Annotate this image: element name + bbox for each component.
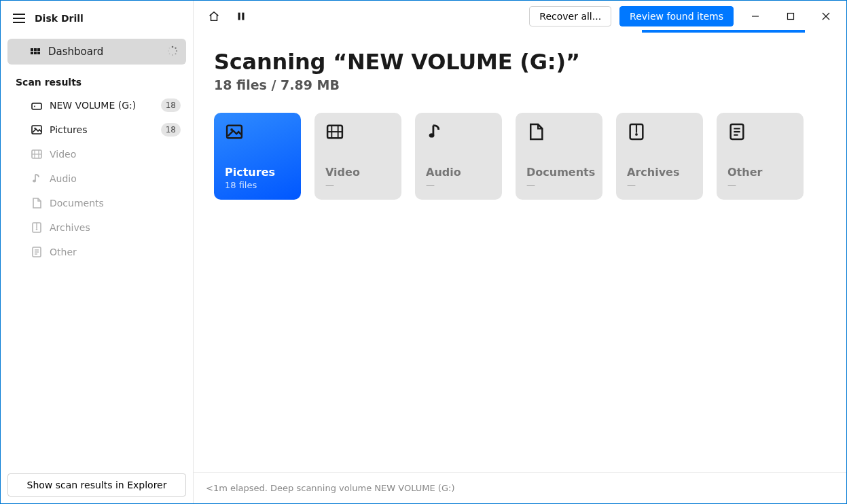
pause-button[interactable] [232, 7, 251, 26]
other-icon [31, 246, 43, 258]
minimize-button[interactable] [742, 6, 769, 26]
sidebar-item-video[interactable]: Video [1, 142, 193, 166]
category-card-documents[interactable]: Documents— [516, 113, 602, 200]
card-count: 18 files [225, 180, 290, 190]
scanning-target: “NEW VOLUME (G:)” [333, 49, 580, 75]
archive-icon [627, 122, 649, 141]
sidebar-section-title: Scan results [1, 70, 193, 93]
review-found-items-button[interactable]: Review found items [619, 6, 734, 26]
app-title: Disk Drill [35, 13, 84, 24]
category-card-audio[interactable]: Audio— [415, 113, 502, 200]
spinner-icon [167, 46, 178, 58]
other-icon [727, 122, 749, 141]
document-icon [526, 122, 548, 141]
page-title: Scanning “NEW VOLUME (G:)” [214, 49, 826, 75]
sidebar-item-new-volume-g-[interactable]: NEW VOLUME (G:)18 [1, 93, 193, 118]
svg-point-25 [175, 53, 177, 54]
sidebar-item-label: Video [50, 149, 183, 160]
count-badge: 18 [161, 98, 181, 112]
card-count: — [627, 180, 692, 190]
video-icon [325, 122, 347, 141]
maximize-button[interactable] [777, 6, 804, 26]
sidebar-item-archives[interactable]: Archives [1, 215, 193, 240]
card-title: Video [325, 166, 391, 179]
svg-rect-33 [788, 14, 794, 20]
card-title: Other [727, 166, 793, 179]
card-title: Pictures [225, 166, 290, 179]
svg-rect-30 [238, 13, 240, 20]
svg-point-24 [176, 50, 177, 51]
scanning-prefix: Scanning [214, 49, 333, 75]
video-icon [31, 148, 43, 160]
svg-point-26 [172, 54, 173, 56]
sidebar-item-label: Documents [50, 198, 183, 209]
status-text: <1m elapsed. Deep scanning volume NEW VO… [206, 483, 454, 493]
drive-icon [31, 99, 43, 111]
titlebar: Recover all... Review found items [194, 1, 846, 33]
close-button[interactable] [812, 6, 840, 26]
svg-point-23 [175, 47, 176, 48]
dashboard-icon [29, 46, 41, 58]
card-title: Archives [627, 166, 692, 179]
card-count: — [325, 180, 391, 190]
scan-summary: 18 files / 7.89 MB [214, 77, 826, 92]
card-count: — [526, 180, 592, 190]
category-card-other[interactable]: Other— [717, 113, 804, 200]
svg-rect-31 [242, 13, 244, 20]
status-bar: <1m elapsed. Deep scanning volume NEW VO… [194, 472, 846, 503]
sidebar-item-label: Audio [50, 173, 183, 184]
svg-point-29 [169, 47, 170, 48]
sidebar-item-label: Archives [50, 222, 183, 233]
picture-icon [31, 124, 43, 136]
card-title: Audio [426, 166, 491, 179]
sidebar-item-dashboard[interactable]: Dashboard [7, 39, 186, 65]
sidebar-item-other[interactable]: Other [1, 240, 193, 264]
recover-all-button[interactable]: Recover all... [529, 6, 611, 26]
sidebar-item-label: Other [50, 247, 183, 257]
document-icon [31, 197, 43, 209]
sidebar-item-label: Pictures [50, 124, 151, 135]
category-card-video[interactable]: Video— [314, 113, 401, 200]
svg-point-22 [172, 46, 174, 48]
sidebar-item-audio[interactable]: Audio [1, 166, 193, 191]
home-button[interactable] [204, 7, 223, 26]
picture-icon [225, 122, 247, 141]
sidebar-item-pictures[interactable]: Pictures18 [1, 118, 193, 142]
category-card-pictures[interactable]: Pictures18 files [214, 113, 301, 200]
scan-progress-indicator [642, 30, 805, 33]
card-count: — [727, 180, 793, 190]
show-in-explorer-button[interactable]: Show scan results in Explorer [7, 473, 186, 497]
svg-point-28 [168, 50, 169, 52]
main: Recover all... Review found items Scanni… [194, 1, 846, 503]
sidebar-item-label: Dashboard [48, 46, 103, 58]
count-badge: 18 [161, 123, 181, 137]
category-card-archives[interactable]: Archives— [616, 113, 703, 200]
sidebar-item-documents[interactable]: Documents [1, 191, 193, 215]
audio-icon [31, 173, 43, 185]
audio-icon [426, 122, 448, 141]
menu-icon[interactable] [13, 12, 25, 24]
sidebar: Disk Drill Dashboard Scan results NEW VO… [1, 1, 194, 503]
card-title: Documents [526, 166, 592, 179]
card-count: — [426, 180, 491, 190]
archive-icon [31, 221, 43, 234]
svg-point-27 [169, 53, 170, 54]
sidebar-item-label: NEW VOLUME (G:) [50, 100, 151, 111]
